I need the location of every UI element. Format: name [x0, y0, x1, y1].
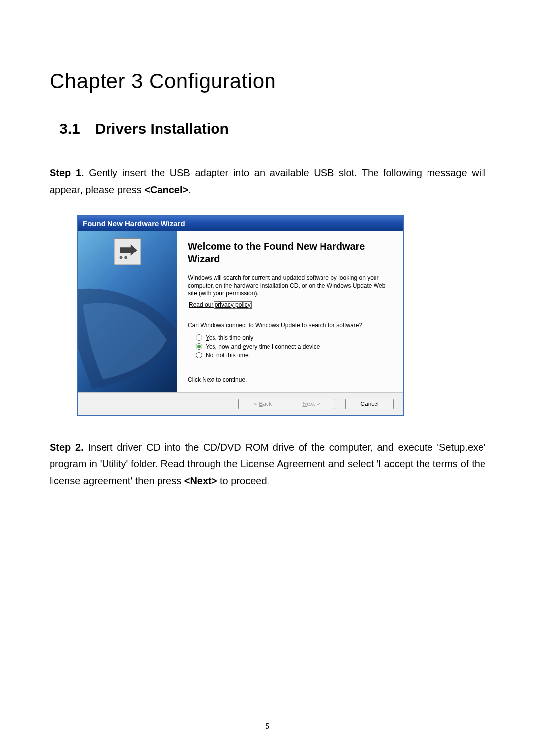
page-number: 5 — [266, 721, 270, 731]
wizard-dialog: Found New Hardware Wizard Welcome to t — [77, 215, 404, 416]
step-2-label: Step 2. — [50, 442, 84, 453]
step-1-bold: <Cancel> — [144, 184, 188, 195]
continue-text: Click Next to continue. — [188, 376, 391, 383]
wizard-body: Welcome to the Found New Hardware Wizard… — [78, 231, 403, 392]
wizard-question: Can Windows connect to Windows Update to… — [188, 321, 391, 329]
wizard-intro-paragraph: Windows will search for current and upda… — [188, 274, 391, 298]
radio-option-no[interactable]: No, not this time — [196, 352, 391, 359]
radio-circle-icon — [196, 334, 202, 341]
step-1-text-1: Gently insert the USB adapter into an av… — [50, 167, 485, 195]
radio-option-yes-once[interactable]: Yes, this time only — [196, 334, 391, 341]
step-1-text-2: . — [188, 184, 191, 195]
sidebar-swoosh-graphic — [78, 275, 177, 392]
radio-circle-icon — [196, 352, 202, 358]
cancel-button[interactable]: Cancel — [345, 399, 394, 409]
radio-option-yes-always[interactable]: Yes, now and every time I connect a devi… — [196, 343, 391, 350]
step-2-text-2: to proceed. — [217, 475, 269, 486]
section-number: 3.1 — [59, 120, 80, 137]
step-1-paragraph: Step 1. Gently insert the USB adapter in… — [50, 164, 485, 198]
privacy-policy-link[interactable]: Read our privacy policy — [188, 301, 252, 309]
step-2-bold: <Next> — [184, 475, 217, 486]
chapter-title: Chapter 3 Configuration — [50, 69, 485, 93]
radio-group: Yes, this time only Yes, now and every t… — [196, 334, 391, 359]
wizard-content: Welcome to the Found New Hardware Wizard… — [177, 231, 403, 392]
wizard-sidebar — [78, 231, 177, 392]
svg-point-2 — [124, 256, 127, 259]
back-button: < Back — [238, 399, 287, 409]
wizard-footer: < Back Next > Cancel — [78, 392, 403, 415]
next-button: Next > — [287, 399, 335, 409]
section-name: Drivers Installation — [95, 120, 229, 137]
step-1-label: Step 1. — [50, 167, 84, 178]
step-2-paragraph: Step 2. Insert driver CD into the CD/DVD… — [50, 439, 485, 489]
section-title: 3.1Drivers Installation — [59, 120, 485, 137]
radio-circle-selected-icon — [196, 343, 202, 350]
svg-point-1 — [119, 256, 122, 259]
hardware-icon — [114, 238, 141, 265]
wizard-heading: Welcome to the Found New Hardware Wizard — [188, 240, 391, 265]
wizard-titlebar: Found New Hardware Wizard — [78, 216, 403, 231]
